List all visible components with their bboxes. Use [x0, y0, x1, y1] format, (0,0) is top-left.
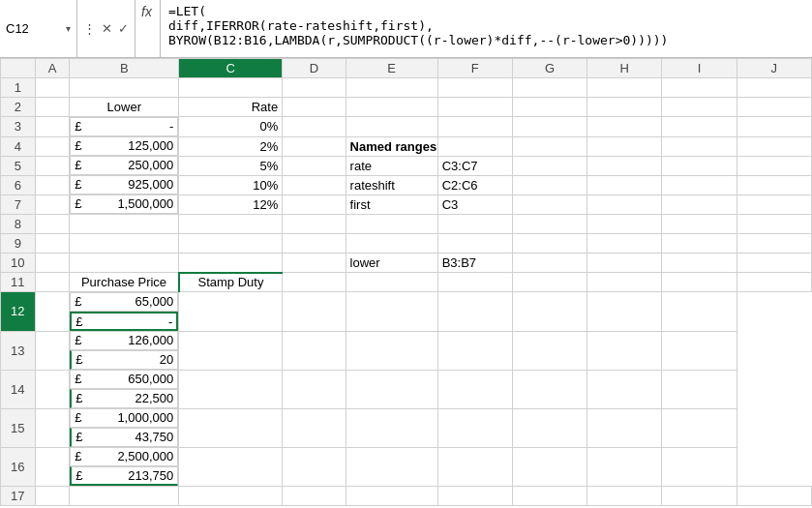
cell-A15[interactable]	[35, 408, 70, 447]
cell-H3[interactable]	[587, 117, 662, 137]
cell-E15[interactable]	[283, 408, 346, 447]
cell-H7[interactable]	[587, 194, 662, 215]
cell-D12[interactable]	[179, 292, 283, 332]
cell-ref-dropdown-icon[interactable]: ▾	[66, 23, 71, 34]
cell-E1[interactable]	[346, 78, 437, 98]
cell-D13[interactable]	[179, 331, 283, 370]
cell-B4[interactable]: £125,000	[70, 136, 178, 156]
cell-I7[interactable]	[662, 194, 737, 215]
cell-B9[interactable]	[70, 234, 179, 254]
cell-A5[interactable]	[35, 156, 70, 175]
cell-J6[interactable]	[737, 175, 811, 194]
cell-C5[interactable]: 5%	[179, 156, 283, 175]
cell-F11[interactable]	[437, 273, 512, 292]
cancel-icon[interactable]: ✕	[100, 21, 114, 36]
cell-C13[interactable]: £20	[70, 350, 178, 370]
col-header-H[interactable]: H	[587, 59, 662, 78]
cell-F17[interactable]	[437, 487, 512, 506]
col-header-G[interactable]: G	[512, 59, 586, 78]
cell-J3[interactable]	[737, 117, 811, 137]
cell-B15[interactable]: £1,000,000	[70, 408, 178, 428]
col-header-D[interactable]: D	[283, 59, 346, 78]
cell-A10[interactable]	[35, 254, 70, 273]
cell-G12[interactable]	[437, 292, 512, 332]
cell-F7[interactable]: C3	[437, 194, 512, 215]
cell-H8[interactable]	[587, 215, 662, 234]
cell-G14[interactable]	[437, 370, 512, 408]
cell-J4[interactable]	[737, 136, 811, 156]
cell-A14[interactable]	[35, 370, 70, 408]
cell-F3[interactable]	[437, 117, 512, 137]
cell-B12[interactable]: £65,000	[70, 292, 178, 312]
cell-B8[interactable]	[70, 215, 179, 234]
cell-H13[interactable]	[512, 331, 586, 370]
cell-I5[interactable]	[662, 156, 737, 175]
cell-J15[interactable]	[662, 408, 737, 447]
cell-G1[interactable]	[512, 78, 586, 98]
cell-D17[interactable]	[283, 487, 346, 506]
col-header-I[interactable]: I	[662, 59, 737, 78]
cell-H4[interactable]	[587, 136, 662, 156]
cell-J14[interactable]	[662, 370, 737, 408]
cell-F9[interactable]	[437, 234, 512, 254]
cell-E8[interactable]	[346, 215, 437, 234]
cell-J9[interactable]	[737, 234, 811, 254]
cell-H12[interactable]	[512, 292, 586, 332]
cell-G16[interactable]	[437, 447, 512, 487]
cell-H5[interactable]	[587, 156, 662, 175]
cell-D14[interactable]	[179, 370, 283, 408]
cell-I15[interactable]	[587, 408, 662, 447]
cell-D7[interactable]	[283, 194, 346, 215]
cell-C16[interactable]: £213,750	[70, 466, 178, 486]
col-header-F[interactable]: F	[437, 59, 512, 78]
cell-D2[interactable]	[283, 98, 346, 117]
cell-J2[interactable]	[737, 98, 811, 117]
cell-C14[interactable]: £22,500	[70, 389, 178, 408]
cell-H17[interactable]	[587, 487, 662, 506]
col-header-E[interactable]: E	[346, 59, 437, 78]
cell-B3[interactable]: £-	[70, 117, 178, 136]
cell-J1[interactable]	[737, 78, 811, 98]
cell-A4[interactable]	[35, 136, 70, 156]
cell-I10[interactable]	[662, 254, 737, 273]
cell-H11[interactable]	[587, 273, 662, 292]
cell-E10[interactable]: lower	[346, 254, 437, 273]
cell-E9[interactable]	[346, 234, 437, 254]
cell-J12[interactable]	[662, 292, 737, 332]
cell-D9[interactable]	[283, 234, 346, 254]
cell-A9[interactable]	[35, 234, 70, 254]
cell-D6[interactable]	[283, 175, 346, 194]
col-header-B[interactable]: B	[70, 59, 179, 78]
cell-B6[interactable]: £925,000	[70, 175, 178, 194]
cell-B5[interactable]: £250,000	[70, 156, 178, 175]
cell-G13[interactable]	[437, 331, 512, 370]
cell-J8[interactable]	[737, 215, 811, 234]
cell-H15[interactable]	[512, 408, 586, 447]
cell-C8[interactable]	[179, 215, 283, 234]
cell-C6[interactable]: 10%	[179, 175, 283, 194]
cell-I1[interactable]	[662, 78, 737, 98]
cell-A8[interactable]	[35, 215, 70, 234]
cell-D10[interactable]	[283, 254, 346, 273]
cell-F15[interactable]	[346, 408, 437, 447]
cell-G15[interactable]	[437, 408, 512, 447]
cell-E5[interactable]: rate	[346, 156, 437, 175]
cell-D16[interactable]	[179, 447, 283, 487]
cell-B16[interactable]: £2,500,000	[70, 447, 178, 466]
cell-A7[interactable]	[35, 194, 70, 215]
cell-A3[interactable]	[35, 117, 70, 137]
cell-H10[interactable]	[587, 254, 662, 273]
cell-E14[interactable]	[283, 370, 346, 408]
cell-F1[interactable]	[437, 78, 512, 98]
cell-G10[interactable]	[512, 254, 586, 273]
cell-G9[interactable]	[512, 234, 586, 254]
cell-C3[interactable]: 0%	[179, 117, 283, 137]
cell-F12[interactable]	[346, 292, 437, 332]
cell-B7[interactable]: £1,500,000	[70, 194, 178, 214]
cell-F4[interactable]	[437, 136, 512, 156]
cell-J5[interactable]	[737, 156, 811, 175]
cell-A6[interactable]	[35, 175, 70, 194]
cell-G6[interactable]	[512, 175, 586, 194]
cell-E6[interactable]: rateshift	[346, 175, 437, 194]
cell-D8[interactable]	[283, 215, 346, 234]
